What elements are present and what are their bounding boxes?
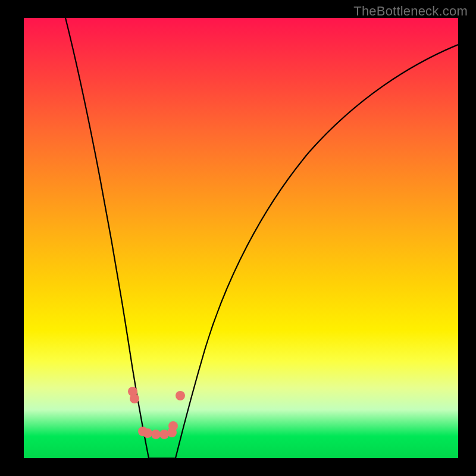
point-p2 [130, 394, 139, 403]
point-p8 [168, 421, 178, 431]
chart-svg [24, 18, 458, 458]
point-p5 [151, 430, 161, 439]
watermark-label: TheBottleneck.com [353, 4, 468, 19]
right-curve [176, 45, 458, 458]
outer-frame: TheBottleneck.com [0, 0, 476, 476]
point-p9 [176, 391, 185, 400]
chart-plot-area [24, 18, 458, 458]
point-p4 [143, 428, 152, 438]
